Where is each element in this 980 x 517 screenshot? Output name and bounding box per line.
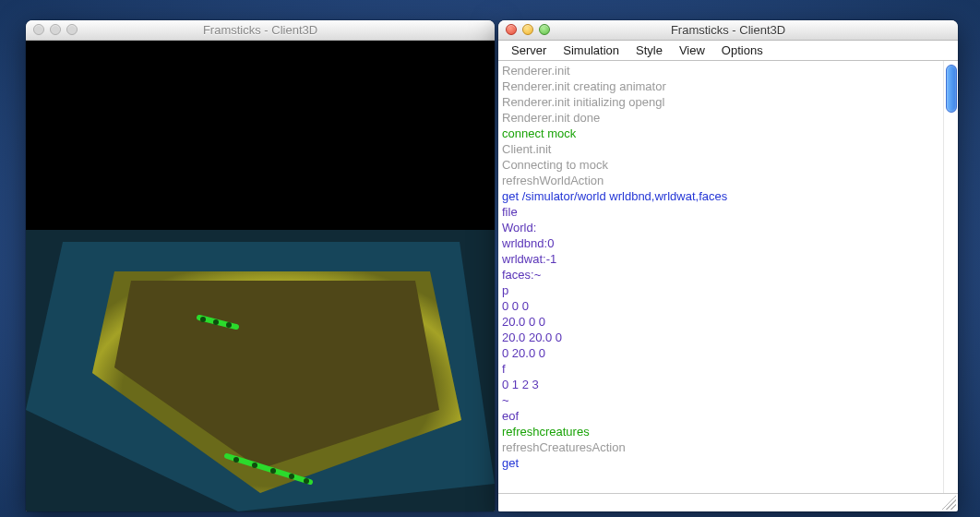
minimize-icon[interactable] xyxy=(50,24,61,35)
svg-point-7 xyxy=(200,317,206,322)
log-line: connect mock xyxy=(502,126,939,141)
log-line: wrldwat:-1 xyxy=(502,251,939,267)
close-icon[interactable] xyxy=(506,24,517,35)
svg-point-9 xyxy=(226,322,232,328)
command-input[interactable] xyxy=(498,494,939,511)
log-line: eof xyxy=(502,408,939,424)
log-line: refreshcreatures xyxy=(502,424,939,439)
resize-grip-icon[interactable] xyxy=(941,495,956,510)
window-title: Framsticks - Client3D xyxy=(203,23,317,37)
menubar: Server Simulation Style View Options xyxy=(498,41,958,61)
zoom-icon[interactable] xyxy=(66,24,78,35)
log-line: Renderer.init initializing opengl xyxy=(502,94,939,110)
log-line: Connecting to mock xyxy=(502,157,939,173)
svg-point-8 xyxy=(213,319,219,325)
titlebar[interactable]: Framsticks - Client3D xyxy=(498,20,958,41)
zoom-icon[interactable] xyxy=(539,24,550,35)
log-line: get xyxy=(502,455,939,471)
close-icon[interactable] xyxy=(33,24,44,35)
menu-server[interactable]: Server xyxy=(504,42,554,59)
titlebar[interactable]: Framsticks - Client3D xyxy=(26,20,495,41)
menu-view[interactable]: View xyxy=(672,42,712,59)
log-line: p xyxy=(502,283,939,298)
log-line: file xyxy=(502,204,939,220)
log-line: Renderer.init creating animator xyxy=(502,78,939,94)
minimize-icon[interactable] xyxy=(522,24,533,35)
traffic-lights xyxy=(506,24,550,35)
log-line: 0 1 2 3 xyxy=(502,377,939,392)
svg-point-12 xyxy=(270,468,276,474)
menu-style[interactable]: Style xyxy=(628,42,670,59)
window-title: Framsticks - Client3D xyxy=(671,23,785,37)
log-line: f xyxy=(502,361,939,377)
log-line: 0 20.0 0 xyxy=(502,345,939,361)
log-line: 0 0 0 xyxy=(502,298,939,314)
viewport-window: Framsticks - Client3D xyxy=(26,20,495,511)
log-line: World: xyxy=(502,220,939,235)
gl-viewport[interactable] xyxy=(26,41,495,511)
menu-simulation[interactable]: Simulation xyxy=(556,42,627,59)
svg-point-10 xyxy=(233,457,239,463)
menu-options[interactable]: Options xyxy=(714,42,771,59)
scroll-thumb[interactable] xyxy=(946,65,957,113)
console-window: Framsticks - Client3D Server Simulation … xyxy=(498,20,958,511)
log-line: wrldbnd:0 xyxy=(502,235,939,251)
log-line: 20.0 20.0 0 xyxy=(502,330,939,345)
log-line: Renderer.init xyxy=(502,63,939,78)
log-output: Renderer.initRenderer.init creating anim… xyxy=(498,61,943,493)
traffic-lights xyxy=(33,24,78,35)
svg-point-11 xyxy=(252,463,257,468)
scrollbar[interactable] xyxy=(943,61,958,493)
svg-point-13 xyxy=(289,474,294,479)
log-line: 20.0 0 0 xyxy=(502,314,939,330)
log-line: Client.init xyxy=(502,141,939,157)
log-line: get /simulator/world wrldbnd,wrldwat,fac… xyxy=(502,188,939,204)
log-line: refreshWorldAction xyxy=(502,173,939,188)
log-line: Renderer.init done xyxy=(502,110,939,126)
log-line: ~ xyxy=(502,392,939,408)
svg-point-14 xyxy=(304,478,309,484)
log-line: refreshCreaturesAction xyxy=(502,439,939,455)
log-line: faces:~ xyxy=(502,267,939,283)
